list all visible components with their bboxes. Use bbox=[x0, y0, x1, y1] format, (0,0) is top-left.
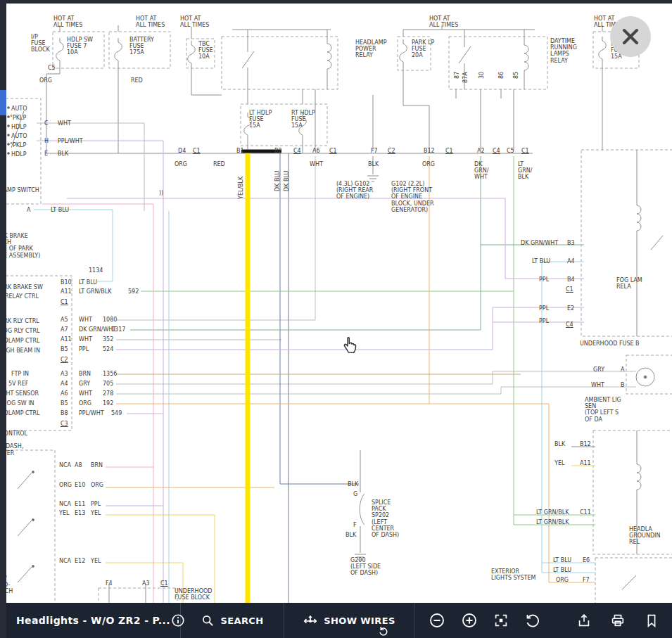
wire-label: PPL bbox=[79, 346, 89, 352]
wire-label: I/P FUSE BLOCK bbox=[31, 34, 50, 53]
wire-label: LT BLU bbox=[553, 557, 571, 563]
wire-label: NCA bbox=[59, 501, 71, 507]
wire-label: BLK bbox=[58, 151, 68, 157]
wire-label: FTP IN bbox=[11, 371, 29, 377]
wire-label: PPL bbox=[91, 501, 101, 507]
wire-label: WHT bbox=[58, 120, 71, 127]
wire-label: RT HDLP FUSE 15A bbox=[291, 110, 315, 129]
wire-label: C5 bbox=[507, 148, 514, 154]
wire-label: NCA bbox=[59, 558, 71, 564]
wire-label: F4 bbox=[106, 580, 113, 587]
print-button[interactable] bbox=[610, 603, 626, 638]
wire-label: AUTO bbox=[11, 106, 27, 112]
wire-label: G bbox=[353, 491, 357, 497]
wire-label: WHT bbox=[79, 390, 92, 397]
wire-label: )) bbox=[159, 190, 163, 196]
wire-label: BLK bbox=[348, 481, 358, 487]
wire-label: 524 bbox=[103, 346, 113, 352]
wire-label: B4 bbox=[567, 276, 575, 283]
headlamp-power-relay-box bbox=[222, 37, 338, 89]
scroll-indicator bbox=[0, 90, 6, 115]
wire-label: H bbox=[44, 138, 49, 144]
wire-label: B5 bbox=[61, 400, 68, 407]
wire-label: EXTERIOR LIGHTS SYSTEM bbox=[491, 568, 535, 581]
wire-label: 30 bbox=[478, 72, 485, 79]
wire-label: GRY bbox=[79, 381, 90, 387]
diagram-canvas[interactable]: HOT AT ALL TIMESHOT AT ALL TIMESHOT AT A… bbox=[0, 0, 672, 603]
wire-label: AMBIENT LIG SEN (TOP LEFT S OF DA bbox=[585, 397, 621, 423]
wire-label: YEL bbox=[91, 558, 101, 564]
wire-label: C1 bbox=[566, 286, 573, 293]
wire-label: C5 bbox=[48, 65, 56, 71]
export-icon bbox=[576, 613, 592, 628]
wire-label: G102 (2.2L) (RIGHT FRONT OF ENGINE BLOCK… bbox=[391, 181, 434, 213]
wire-label: ORG bbox=[91, 482, 103, 488]
wire-label: °PKLP bbox=[10, 115, 26, 121]
wire-label: C4 bbox=[566, 321, 573, 328]
wire-label: A11 bbox=[580, 460, 591, 466]
wire-label: A4 bbox=[61, 381, 68, 387]
wire-label: PPL/WHT bbox=[79, 410, 104, 416]
wire-label: WHT bbox=[79, 317, 92, 323]
wire-label: DK BLU bbox=[284, 171, 290, 191]
wire-label: 1080 bbox=[103, 317, 117, 323]
wire-label: °PKLP bbox=[10, 142, 26, 148]
wire-label: B3 bbox=[567, 240, 575, 246]
wire-label: PPL bbox=[539, 318, 549, 324]
wire-label: WHT bbox=[79, 336, 92, 343]
reset-view-button[interactable] bbox=[524, 603, 541, 638]
bookmark-icon bbox=[644, 613, 659, 628]
wire-label: 87A bbox=[462, 72, 469, 83]
wire-label: BATTERY FUSE 175A bbox=[129, 37, 154, 56]
print-icon bbox=[610, 613, 626, 628]
wire-label: C11 bbox=[580, 509, 591, 516]
show-wires-section: SHOW WIRES bbox=[284, 603, 414, 638]
fit-view-button[interactable] bbox=[493, 603, 509, 638]
wire-label: B12 bbox=[580, 441, 591, 447]
wire-label: 1356 bbox=[103, 371, 117, 377]
reset-view-icon bbox=[524, 612, 541, 629]
search-button[interactable]: SEARCH bbox=[181, 603, 284, 638]
wire-label: E13 bbox=[75, 510, 85, 516]
bookmark-button[interactable] bbox=[644, 603, 659, 638]
wire-label: ORG bbox=[59, 482, 72, 488]
zoom-out-button[interactable] bbox=[429, 603, 445, 638]
wire-label: DK GRN/ WHT bbox=[474, 161, 488, 181]
fit-view-icon bbox=[493, 613, 509, 628]
wire-label: C1 bbox=[193, 148, 201, 154]
search-label: SEARCH bbox=[220, 615, 263, 626]
wire-label: 1134 bbox=[89, 267, 103, 274]
wire-label: 86 bbox=[498, 72, 505, 79]
wire-label: YEL/BLK bbox=[238, 177, 244, 199]
wire-label: C1 bbox=[160, 580, 168, 587]
wire-label: HDLP bbox=[11, 151, 26, 158]
zoom-in-icon bbox=[461, 612, 478, 629]
wire-label: DK BLU bbox=[274, 171, 281, 191]
export-button[interactable] bbox=[576, 603, 592, 638]
wire-label: 352 bbox=[103, 336, 113, 343]
wire-label: LT BLU bbox=[553, 567, 571, 573]
wire-label: A11 bbox=[61, 288, 72, 295]
undo-button[interactable] bbox=[377, 625, 390, 638]
wire-label: ORG bbox=[39, 77, 52, 84]
wire-label: B1 bbox=[236, 148, 244, 154]
wire-label: HEADLAMP POWER RELAY bbox=[355, 39, 387, 59]
wire-label: YEL bbox=[59, 510, 69, 516]
wire-label: E2 bbox=[567, 305, 574, 312]
wire-label: YEL bbox=[91, 510, 101, 516]
wire-label: A8 bbox=[75, 462, 82, 468]
document-actions bbox=[576, 603, 672, 638]
close-button[interactable] bbox=[610, 16, 651, 57]
wire-label: F7 bbox=[371, 148, 378, 154]
wire-label: LT GRN/BLK bbox=[536, 519, 569, 525]
wire-label: TBC FUSE 10A bbox=[198, 41, 213, 60]
zoom-in-button[interactable] bbox=[461, 603, 478, 638]
wire-label: HDLP bbox=[11, 124, 26, 130]
wire-label: PPL bbox=[539, 276, 549, 283]
wire-label: C1 bbox=[61, 299, 68, 305]
wire-label: B10 bbox=[61, 279, 72, 286]
wire-label: 549 bbox=[111, 410, 122, 416]
zoom-controls bbox=[414, 603, 541, 638]
wire-label: GRY bbox=[593, 366, 604, 373]
wire-label: HEADLA GROUNDIN REL bbox=[629, 526, 660, 546]
